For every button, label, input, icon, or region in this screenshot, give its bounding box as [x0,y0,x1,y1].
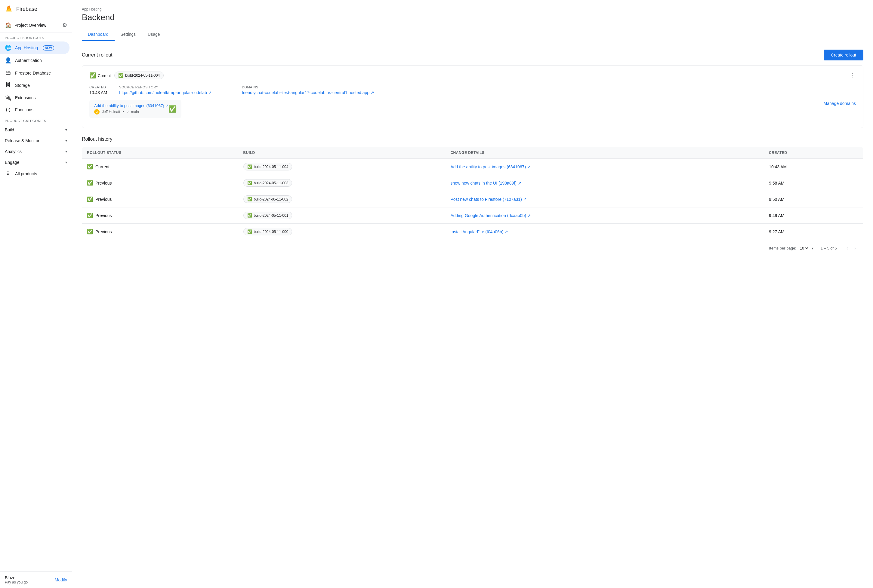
modify-plan-button[interactable]: Modify [55,578,67,582]
source-repo-group: Source repository https://github.com/jhu… [119,86,212,95]
row-status-cell: ✅ Current [82,159,239,175]
authentication-icon: 👤 [5,57,11,64]
sidebar-category-analytics[interactable]: Analytics ▾ [0,146,72,157]
sidebar-item-extensions-label: Extensions [15,95,36,100]
tab-settings[interactable]: Settings [115,28,142,41]
row-build-id: build-2024-05-11-001 [254,213,288,218]
row-status-cell: ✅ Previous [82,191,239,207]
rollout-card: ✅ Current ✅ build-2024-05-11-004 ⋮ Creat… [82,65,863,128]
table-head: Rollout Status Build Change details Crea… [82,147,863,159]
col-created: Created [764,147,863,159]
home-icon: 🏠 [5,22,11,28]
row-check-icon: ✅ [87,196,93,202]
row-change-link[interactable]: Post new chats to Firestore (7107a31) ↗ [450,197,526,202]
row-build-id: build-2024-05-11-002 [254,197,288,201]
current-rollout-header: Current rollout Create rollout [82,50,863,60]
row-change-link[interactable]: Adding Google Authentication (dcaab0b) ↗ [450,213,530,218]
col-rollout-status: Rollout Status [82,147,239,159]
commit-info: Add the ability to post images (6341067)… [94,104,168,114]
create-rollout-button[interactable]: Create rollout [823,50,863,60]
page-navigation: ‹ › [844,244,859,252]
blaze-plan-name: Blaze [5,575,28,580]
blaze-info: Blaze Pay as you go [5,575,28,584]
commit-author: Jeff Huleatt [102,110,120,114]
sidebar-item-functions[interactable]: (·) Functions [0,104,69,116]
table-row: ✅ Previous ✅ build-2024-05-11-003 show n… [82,175,863,191]
sidebar-item-firestore[interactable]: 🗃 Firestore Database [0,67,69,79]
build-check-icon: ✅ [118,73,123,78]
row-build-check-icon: ✅ [247,164,252,169]
analytics-label: Analytics [5,149,22,154]
source-repo-link[interactable]: https://github.com/jhuleatt/tmp-angular-… [119,90,212,95]
row-status-cell: ✅ Previous [82,224,239,240]
rollout-badges: ✅ Current ✅ build-2024-05-11-004 [89,72,164,80]
release-monitor-label: Release & Monitor [5,138,39,143]
source-repo-label: Source repository [119,86,212,89]
manage-domains-link[interactable]: Manage domains [823,101,856,106]
commit-branch: main [131,110,139,114]
domains-group: Domains friendlychat-codelab--test-angul… [242,86,374,95]
sidebar-item-authentication-label: Authentication [15,58,42,63]
sidebar-item-app-hosting[interactable]: 🌐 App Hosting NEW [0,42,69,54]
sidebar-item-extensions[interactable]: 🔌 Extensions [0,92,69,104]
chevron-down-icon: ▾ [811,246,813,250]
new-badge: NEW [43,45,54,51]
table-body: ✅ Current ✅ build-2024-05-11-004 Add the… [82,159,863,240]
row-change-link[interactable]: show new chats in the UI (198a89f) ↗ [450,181,521,186]
page-range: 1 – 5 of 5 [820,246,837,250]
sidebar-item-storage-label: Storage [15,83,30,88]
domains-link[interactable]: friendlychat-codelab--test-angular17-cod… [242,90,374,95]
sidebar-item-authentication[interactable]: 👤 Authentication [0,54,69,67]
row-build-id: build-2024-05-11-003 [254,181,288,185]
current-status-badge: ✅ Current [89,72,111,79]
row-change-link[interactable]: Install AngularFire (f04a06b) ↗ [450,230,508,234]
sidebar-item-storage[interactable]: 🗄 Storage [0,79,69,92]
sidebar-item-all-products[interactable]: ⠿ All products [0,168,69,180]
table-row: ✅ Previous ✅ build-2024-05-11-002 Post n… [82,191,863,207]
build-category-label: Build [5,128,14,132]
manage-domains-section: Manage domains [823,100,856,106]
sidebar-bottom: Blaze Pay as you go Modify [0,572,72,588]
table-row: ✅ Current ✅ build-2024-05-11-004 Add the… [82,159,863,175]
domains-label: Domains [242,86,374,89]
row-build-id: build-2024-05-11-000 [254,230,288,234]
breadcrumb: App Hosting [82,7,863,11]
table-row: ✅ Previous ✅ build-2024-05-11-001 Adding… [82,207,863,224]
app-hosting-icon: 🌐 [5,45,11,51]
commit-row: Add the ability to post images (6341067)… [89,100,182,118]
main-content: App Hosting Backend Dashboard Settings U… [72,0,873,588]
sidebar-category-release-monitor[interactable]: Release & Monitor ▾ [0,135,72,146]
items-per-page-select[interactable]: 10 25 50 [799,246,809,251]
branch-icon: ⑂ [126,110,129,114]
next-page-button[interactable]: › [852,244,859,252]
row-change-cell: Add the ability to post images (6341067)… [446,159,764,175]
author-avatar: J [94,109,99,114]
current-rollout-title: Current rollout [82,52,112,58]
row-build-cell: ✅ build-2024-05-11-004 [239,159,446,175]
sidebar-category-build[interactable]: Build ▾ [0,124,72,135]
items-per-page: Items per page: 10 25 50 ▾ [769,246,813,251]
project-overview-row[interactable]: 🏠 Project Overview ⚙ [0,18,72,33]
firestore-icon: 🗃 [5,70,11,76]
prev-page-button[interactable]: ‹ [844,244,851,252]
build-badge: ✅ build-2024-05-11-004 [114,72,164,80]
commit-link[interactable]: Add the ability to post images (6341067)… [94,104,168,108]
commit-success-icon: ✅ [168,105,177,113]
more-options-button[interactable]: ⋮ [849,72,856,79]
engage-label: Engage [5,160,19,165]
product-categories-label: Product categories [0,116,72,124]
row-build-cell: ✅ build-2024-05-11-001 [239,207,446,224]
row-check-icon: ✅ [87,229,93,234]
project-shortcuts-label: Project shortcuts [0,33,72,42]
status-text: Current [98,74,111,78]
settings-icon[interactable]: ⚙ [62,22,67,28]
tab-dashboard[interactable]: Dashboard [82,28,115,41]
sidebar-category-engage[interactable]: Engage ▾ [0,157,72,168]
commit-and-domains-row: Add the ability to post images (6341067)… [89,100,856,122]
row-status-cell: ✅ Previous [82,175,239,191]
tab-usage[interactable]: Usage [142,28,166,41]
row-build-id: build-2024-05-11-004 [254,165,288,169]
pagination: Items per page: 10 25 50 ▾ 1 – 5 of 5 ‹ … [82,240,863,256]
commit-meta: J Jeff Huleatt • ⑂ main [94,109,168,114]
row-change-link[interactable]: Add the ability to post images (6341067)… [450,164,530,169]
